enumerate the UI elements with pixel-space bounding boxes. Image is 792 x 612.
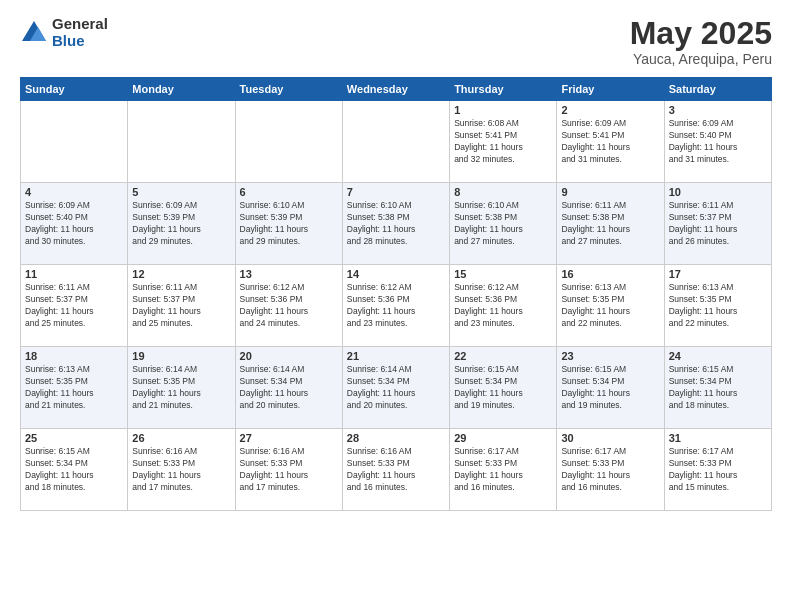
logo-general: General <box>52 16 108 33</box>
calendar-week-row: 25Sunrise: 6:15 AM Sunset: 5:34 PM Dayli… <box>21 429 772 511</box>
calendar-cell: 18Sunrise: 6:13 AM Sunset: 5:35 PM Dayli… <box>21 347 128 429</box>
calendar-cell: 10Sunrise: 6:11 AM Sunset: 5:37 PM Dayli… <box>664 183 771 265</box>
day-number: 2 <box>561 104 659 116</box>
calendar-cell: 12Sunrise: 6:11 AM Sunset: 5:37 PM Dayli… <box>128 265 235 347</box>
day-number: 25 <box>25 432 123 444</box>
day-number: 1 <box>454 104 552 116</box>
day-number: 30 <box>561 432 659 444</box>
day-number: 29 <box>454 432 552 444</box>
calendar-cell: 1Sunrise: 6:08 AM Sunset: 5:41 PM Daylig… <box>450 101 557 183</box>
weekday-header: Friday <box>557 78 664 101</box>
calendar-cell: 19Sunrise: 6:14 AM Sunset: 5:35 PM Dayli… <box>128 347 235 429</box>
calendar-cell: 30Sunrise: 6:17 AM Sunset: 5:33 PM Dayli… <box>557 429 664 511</box>
day-number: 10 <box>669 186 767 198</box>
day-number: 17 <box>669 268 767 280</box>
header: General Blue May 2025 Yauca, Arequipa, P… <box>20 16 772 67</box>
calendar-week-row: 11Sunrise: 6:11 AM Sunset: 5:37 PM Dayli… <box>21 265 772 347</box>
calendar-cell: 8Sunrise: 6:10 AM Sunset: 5:38 PM Daylig… <box>450 183 557 265</box>
weekday-header: Wednesday <box>342 78 449 101</box>
calendar-cell: 31Sunrise: 6:17 AM Sunset: 5:33 PM Dayli… <box>664 429 771 511</box>
calendar-cell: 17Sunrise: 6:13 AM Sunset: 5:35 PM Dayli… <box>664 265 771 347</box>
day-number: 14 <box>347 268 445 280</box>
calendar-table: SundayMondayTuesdayWednesdayThursdayFrid… <box>20 77 772 511</box>
day-info: Sunrise: 6:13 AM Sunset: 5:35 PM Dayligh… <box>669 282 767 330</box>
calendar-cell: 28Sunrise: 6:16 AM Sunset: 5:33 PM Dayli… <box>342 429 449 511</box>
weekday-header-row: SundayMondayTuesdayWednesdayThursdayFrid… <box>21 78 772 101</box>
calendar-cell: 15Sunrise: 6:12 AM Sunset: 5:36 PM Dayli… <box>450 265 557 347</box>
weekday-header: Saturday <box>664 78 771 101</box>
calendar-cell: 3Sunrise: 6:09 AM Sunset: 5:40 PM Daylig… <box>664 101 771 183</box>
day-info: Sunrise: 6:09 AM Sunset: 5:41 PM Dayligh… <box>561 118 659 166</box>
day-number: 9 <box>561 186 659 198</box>
day-number: 23 <box>561 350 659 362</box>
day-info: Sunrise: 6:17 AM Sunset: 5:33 PM Dayligh… <box>454 446 552 494</box>
calendar-cell: 25Sunrise: 6:15 AM Sunset: 5:34 PM Dayli… <box>21 429 128 511</box>
day-info: Sunrise: 6:16 AM Sunset: 5:33 PM Dayligh… <box>240 446 338 494</box>
page: General Blue May 2025 Yauca, Arequipa, P… <box>0 0 792 612</box>
calendar-cell: 16Sunrise: 6:13 AM Sunset: 5:35 PM Dayli… <box>557 265 664 347</box>
day-number: 7 <box>347 186 445 198</box>
calendar-cell: 21Sunrise: 6:14 AM Sunset: 5:34 PM Dayli… <box>342 347 449 429</box>
day-number: 5 <box>132 186 230 198</box>
day-number: 28 <box>347 432 445 444</box>
day-info: Sunrise: 6:09 AM Sunset: 5:39 PM Dayligh… <box>132 200 230 248</box>
day-info: Sunrise: 6:16 AM Sunset: 5:33 PM Dayligh… <box>132 446 230 494</box>
calendar-week-row: 4Sunrise: 6:09 AM Sunset: 5:40 PM Daylig… <box>21 183 772 265</box>
day-number: 8 <box>454 186 552 198</box>
calendar-cell: 26Sunrise: 6:16 AM Sunset: 5:33 PM Dayli… <box>128 429 235 511</box>
day-info: Sunrise: 6:09 AM Sunset: 5:40 PM Dayligh… <box>669 118 767 166</box>
day-info: Sunrise: 6:15 AM Sunset: 5:34 PM Dayligh… <box>25 446 123 494</box>
calendar-cell: 6Sunrise: 6:10 AM Sunset: 5:39 PM Daylig… <box>235 183 342 265</box>
calendar-cell: 13Sunrise: 6:12 AM Sunset: 5:36 PM Dayli… <box>235 265 342 347</box>
calendar-subtitle: Yauca, Arequipa, Peru <box>630 51 772 67</box>
day-info: Sunrise: 6:14 AM Sunset: 5:34 PM Dayligh… <box>240 364 338 412</box>
calendar-cell: 24Sunrise: 6:15 AM Sunset: 5:34 PM Dayli… <box>664 347 771 429</box>
calendar-week-row: 18Sunrise: 6:13 AM Sunset: 5:35 PM Dayli… <box>21 347 772 429</box>
logo-text: General Blue <box>52 16 108 49</box>
calendar-cell: 5Sunrise: 6:09 AM Sunset: 5:39 PM Daylig… <box>128 183 235 265</box>
day-number: 22 <box>454 350 552 362</box>
calendar-cell: 20Sunrise: 6:14 AM Sunset: 5:34 PM Dayli… <box>235 347 342 429</box>
day-info: Sunrise: 6:11 AM Sunset: 5:38 PM Dayligh… <box>561 200 659 248</box>
day-info: Sunrise: 6:11 AM Sunset: 5:37 PM Dayligh… <box>669 200 767 248</box>
calendar-cell: 29Sunrise: 6:17 AM Sunset: 5:33 PM Dayli… <box>450 429 557 511</box>
day-info: Sunrise: 6:16 AM Sunset: 5:33 PM Dayligh… <box>347 446 445 494</box>
calendar-cell <box>21 101 128 183</box>
title-block: May 2025 Yauca, Arequipa, Peru <box>630 16 772 67</box>
day-number: 18 <box>25 350 123 362</box>
day-info: Sunrise: 6:15 AM Sunset: 5:34 PM Dayligh… <box>454 364 552 412</box>
day-info: Sunrise: 6:10 AM Sunset: 5:38 PM Dayligh… <box>454 200 552 248</box>
day-info: Sunrise: 6:10 AM Sunset: 5:38 PM Dayligh… <box>347 200 445 248</box>
calendar-week-row: 1Sunrise: 6:08 AM Sunset: 5:41 PM Daylig… <box>21 101 772 183</box>
calendar-title: May 2025 <box>630 16 772 51</box>
day-info: Sunrise: 6:09 AM Sunset: 5:40 PM Dayligh… <box>25 200 123 248</box>
calendar-cell <box>342 101 449 183</box>
weekday-header: Sunday <box>21 78 128 101</box>
day-info: Sunrise: 6:15 AM Sunset: 5:34 PM Dayligh… <box>669 364 767 412</box>
calendar-cell: 9Sunrise: 6:11 AM Sunset: 5:38 PM Daylig… <box>557 183 664 265</box>
logo-blue: Blue <box>52 33 108 50</box>
day-info: Sunrise: 6:13 AM Sunset: 5:35 PM Dayligh… <box>561 282 659 330</box>
day-number: 21 <box>347 350 445 362</box>
day-number: 24 <box>669 350 767 362</box>
day-number: 20 <box>240 350 338 362</box>
day-info: Sunrise: 6:11 AM Sunset: 5:37 PM Dayligh… <box>25 282 123 330</box>
logo: General Blue <box>20 16 108 49</box>
day-number: 12 <box>132 268 230 280</box>
day-info: Sunrise: 6:14 AM Sunset: 5:35 PM Dayligh… <box>132 364 230 412</box>
weekday-header: Monday <box>128 78 235 101</box>
day-info: Sunrise: 6:14 AM Sunset: 5:34 PM Dayligh… <box>347 364 445 412</box>
day-number: 31 <box>669 432 767 444</box>
calendar-cell: 27Sunrise: 6:16 AM Sunset: 5:33 PM Dayli… <box>235 429 342 511</box>
day-info: Sunrise: 6:15 AM Sunset: 5:34 PM Dayligh… <box>561 364 659 412</box>
calendar-cell <box>128 101 235 183</box>
day-number: 11 <box>25 268 123 280</box>
day-info: Sunrise: 6:12 AM Sunset: 5:36 PM Dayligh… <box>347 282 445 330</box>
day-number: 16 <box>561 268 659 280</box>
calendar-cell: 23Sunrise: 6:15 AM Sunset: 5:34 PM Dayli… <box>557 347 664 429</box>
day-info: Sunrise: 6:11 AM Sunset: 5:37 PM Dayligh… <box>132 282 230 330</box>
calendar-cell: 2Sunrise: 6:09 AM Sunset: 5:41 PM Daylig… <box>557 101 664 183</box>
calendar-cell <box>235 101 342 183</box>
day-info: Sunrise: 6:17 AM Sunset: 5:33 PM Dayligh… <box>669 446 767 494</box>
calendar-cell: 11Sunrise: 6:11 AM Sunset: 5:37 PM Dayli… <box>21 265 128 347</box>
